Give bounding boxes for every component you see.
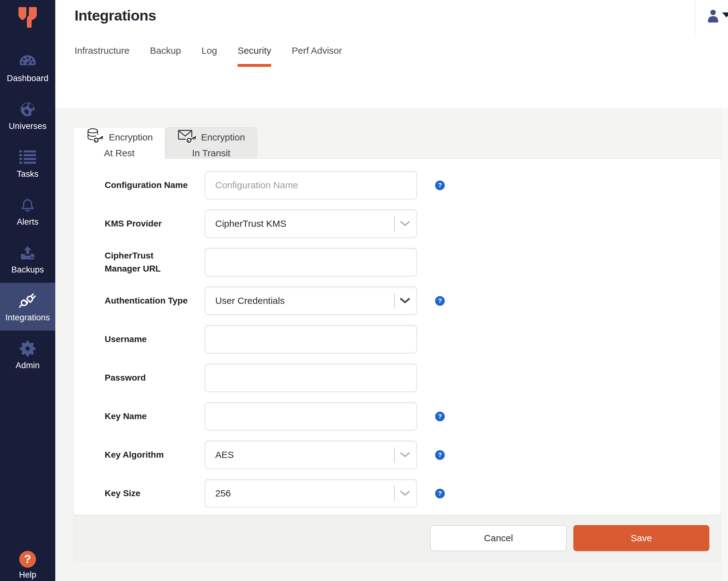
form-row-key-algorithm: Key AlgorithmAES? [105, 440, 721, 469]
key-size-field: 256 [205, 479, 417, 508]
password-field [205, 363, 417, 392]
save-button[interactable]: Save [573, 525, 709, 551]
enc-tab-line1: Encryption [201, 131, 245, 143]
form-footer: Cancel Save [73, 515, 721, 561]
database-key-icon [86, 127, 104, 147]
help-tooltip-icon[interactable]: ? [435, 450, 445, 460]
tab-perf-advisor[interactable]: Perf Advisor [292, 45, 342, 67]
password-label: Password [105, 371, 205, 384]
configuration-name-input[interactable] [205, 171, 417, 200]
key-name-input[interactable] [205, 402, 417, 431]
dashboard-gauge-icon [19, 52, 37, 71]
tab-infrastructure[interactable]: Infrastructure [75, 45, 130, 67]
user-avatar-icon[interactable] [706, 9, 720, 24]
scrollbar-gutter[interactable] [721, 108, 728, 581]
universes-globe-icon [20, 100, 36, 119]
form-row-password: Password [105, 363, 721, 392]
tab-encryption-at-rest[interactable]: EncryptionAt Rest [73, 127, 165, 159]
kms-provider-field: CipherTrust KMS [205, 209, 417, 238]
tab-log[interactable]: Log [202, 45, 217, 67]
sidebar-item-backups[interactable]: Backups [0, 235, 55, 283]
chevron-down-icon[interactable] [398, 490, 412, 497]
tab-security[interactable]: Security [238, 45, 271, 67]
sidebar-item-label: Tasks [17, 169, 38, 179]
select-divider [394, 447, 395, 463]
username-label: Username [105, 333, 205, 346]
authentication-type-label: Authentication Type [105, 294, 205, 307]
chevron-down-icon[interactable] [398, 297, 412, 304]
content-area: EncryptionAt Rest EncryptionIn Transit C… [55, 108, 728, 581]
key-algorithm-label: Key Algorithm [105, 448, 205, 461]
key-algorithm-value: AES [215, 450, 234, 460]
key-name-label: Key Name [105, 410, 205, 423]
user-menu-caret-icon[interactable] [722, 12, 728, 18]
help-icon: ? [19, 551, 36, 567]
tab-encryption-in-transit[interactable]: EncryptionIn Transit [165, 127, 257, 158]
cancel-button[interactable]: Cancel [430, 525, 567, 551]
form-row-ciphertrust-manager-url: CipherTrust Manager URL [105, 248, 721, 277]
form-row-kms-provider: KMS ProviderCipherTrust KMS [105, 209, 721, 238]
main-area: Integrations InfrastructureBackupLogSecu… [55, 0, 728, 581]
yugabyte-logo[interactable] [0, 0, 55, 39]
sidebar-item-help[interactable]: ? Help [0, 551, 55, 580]
sidebar-item-label: Dashboard [7, 74, 48, 83]
envelope-key-icon [177, 127, 197, 147]
chevron-down-icon[interactable] [398, 451, 412, 459]
sidebar-item-dashboard[interactable]: Dashboard [0, 44, 55, 91]
encryption-tab-bar: EncryptionAt Rest EncryptionIn Transit [73, 127, 721, 158]
integrations-plug-icon [19, 291, 37, 310]
select-divider [394, 216, 395, 231]
sidebar-item-alerts[interactable]: Alerts [0, 187, 55, 235]
sidebar-nav: Dashboard Universes Tasks Alerts Backups… [0, 44, 55, 378]
tab-backup[interactable]: Backup [150, 45, 181, 67]
form-row-key-name: Key Name? [105, 402, 721, 431]
key-size-select[interactable]: 256 [205, 479, 417, 508]
select-divider [394, 293, 395, 308]
form-row-username: Username [105, 325, 721, 354]
help-tooltip-icon[interactable]: ? [435, 180, 445, 190]
kms-provider-value: CipherTrust KMS [215, 219, 286, 229]
key-algorithm-field: AES [205, 440, 417, 469]
form-row-authentication-type: Authentication TypeUser Credentials? [105, 286, 721, 315]
kms-provider-select[interactable]: CipherTrust KMS [205, 209, 417, 238]
sidebar: Dashboard Universes Tasks Alerts Backups… [0, 0, 55, 581]
help-tooltip-icon[interactable]: ? [435, 296, 445, 306]
help-label: Help [19, 570, 36, 580]
sidebar-item-label: Admin [16, 361, 40, 370]
alerts-bell-icon [20, 196, 36, 215]
form-row-configuration-name: Configuration Name? [105, 171, 721, 200]
encryption-at-rest-form: Configuration Name?KMS ProviderCipherTru… [73, 158, 721, 515]
backups-upload-icon [20, 243, 36, 262]
page-title: Integrations [55, 0, 728, 24]
sidebar-item-label: Integrations [5, 313, 50, 323]
sidebar-item-admin[interactable]: Admin [0, 331, 55, 378]
help-tooltip-icon[interactable]: ? [435, 489, 445, 498]
authentication-type-select[interactable]: User Credentials [205, 286, 417, 315]
chevron-down-icon[interactable] [398, 220, 412, 227]
username-input[interactable] [205, 325, 417, 354]
ciphertrust-manager-url-field [205, 248, 417, 277]
password-input[interactable] [205, 363, 417, 392]
sidebar-item-tasks[interactable]: Tasks [0, 139, 55, 187]
admin-gear-icon [20, 339, 35, 358]
configuration-name-field [205, 171, 417, 200]
sidebar-item-label: Backups [11, 265, 44, 275]
key-algorithm-select[interactable]: AES [205, 440, 417, 469]
help-tooltip-icon[interactable]: ? [435, 412, 445, 421]
topbar-divider [695, 0, 696, 35]
sidebar-item-integrations[interactable]: Integrations [0, 283, 55, 331]
header-tab-bar: InfrastructureBackupLogSecurityPerf Advi… [75, 45, 342, 67]
authentication-type-value: User Credentials [215, 296, 285, 306]
form-row-key-size: Key Size256? [105, 479, 721, 508]
key-name-field [205, 402, 417, 431]
key-size-value: 256 [215, 488, 231, 499]
kms-provider-label: KMS Provider [105, 217, 205, 230]
select-divider [394, 486, 395, 501]
configuration-name-label: Configuration Name [105, 179, 205, 192]
tasks-list-icon [19, 148, 36, 167]
authentication-type-field: User Credentials [205, 286, 417, 315]
enc-tab-line2: In Transit [192, 147, 230, 159]
sidebar-item-universes[interactable]: Universes [0, 91, 55, 139]
enc-tab-line1: Encryption [109, 131, 153, 143]
ciphertrust-manager-url-input[interactable] [205, 248, 417, 277]
